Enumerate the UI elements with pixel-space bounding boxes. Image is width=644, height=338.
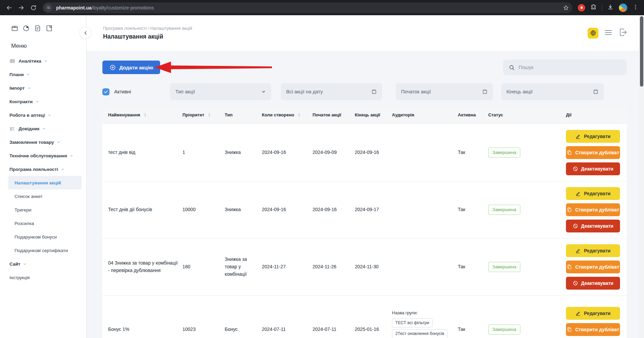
edit-button[interactable]: Редагувати [566, 187, 620, 200]
breadcrumb: Програма лояльності / Налаштування акцій [103, 26, 192, 31]
search-input[interactable] [519, 65, 621, 70]
profile-avatar[interactable] [619, 3, 627, 12]
sidebar-item-label: Аналітика [19, 59, 41, 64]
copy-icon [567, 150, 572, 155]
app-shell: Меню АналітикаПланиІмпортКонтрактиРобота… [0, 15, 644, 338]
active-cell: Так [458, 149, 488, 156]
promo-type-select[interactable]: Тип акції [170, 83, 271, 100]
search-box[interactable] [503, 60, 627, 75]
download-icon [607, 4, 614, 10]
duplicate-button[interactable]: Створити дублікат [566, 146, 620, 159]
add-promotion-button[interactable]: Додати акцію [102, 61, 160, 74]
sidebar-item[interactable]: Програма лояльності [0, 162, 86, 176]
active-filter: Активні [102, 88, 170, 95]
duplicate-button[interactable]: Створити дублікат [566, 203, 620, 216]
sidebar-item[interactable]: Робота в аптеці [0, 108, 86, 122]
priority-cell: 180 [182, 263, 225, 271]
toolbar: Додати акцію [102, 60, 627, 75]
column-header[interactable]: Пріоритет [182, 112, 225, 117]
deactivate-button[interactable]: Деактивувати [566, 220, 620, 232]
sidebar-item[interactable]: Налаштування акцій [8, 176, 81, 189]
sidebar-item[interactable]: Подарункові сертифікати [8, 244, 81, 257]
end-date-cell: 2024-11-30 [355, 263, 392, 271]
pencil-icon [575, 311, 581, 316]
sidebar-item-label: Інструкція [9, 275, 30, 280]
document-icon[interactable] [34, 25, 41, 32]
deactivate-button[interactable]: Деактивувати [566, 277, 620, 290]
site-info-button[interactable] [44, 4, 52, 12]
end-date-cell: 2024-09-17 [355, 206, 392, 213]
sidebar-item-label: Програма лояльності [9, 167, 58, 172]
browser-menu-button[interactable] [633, 4, 639, 12]
page-scrollbar[interactable] [639, 15, 644, 338]
sidebar-item[interactable]: Довідник [0, 122, 86, 135]
sidebar-item[interactable]: Технічне обслуговування [0, 149, 86, 162]
bookmark-button[interactable] [562, 3, 570, 12]
puzzle-icon [590, 4, 597, 10]
downloads-button[interactable] [607, 4, 614, 12]
edit-button[interactable]: Редагувати [566, 307, 620, 320]
status-badge: Завершена [488, 324, 520, 335]
sort-icon[interactable] [207, 112, 212, 117]
extensions-button[interactable] [590, 4, 597, 12]
end-date-picker[interactable]: Кінець акції [501, 83, 604, 100]
active-checkbox[interactable] [102, 88, 109, 95]
adblock-extension-button[interactable] [578, 4, 585, 12]
column-header[interactable]: Найменування [102, 112, 182, 117]
duplicate-button[interactable]: Створити дублікат [566, 261, 620, 273]
language-button[interactable] [588, 28, 598, 39]
edit-button[interactable]: Редагувати [566, 130, 620, 143]
status-badge: Завершена [488, 205, 520, 215]
deactivate-button[interactable]: Деактивувати [566, 162, 620, 175]
back-button[interactable] [3, 2, 15, 14]
calendar-icon [482, 89, 488, 94]
url-bar[interactable]: pharmapoint.ua/loyalty/customize-promoti… [43, 2, 572, 13]
browser-toolbar-right [576, 3, 641, 12]
promo-name-cell: 04 Знижка за товар у комбінації - переві… [102, 260, 182, 274]
sidebar-item[interactable]: Розсилка [8, 217, 81, 230]
sort-icon[interactable] [297, 112, 302, 117]
logout-button[interactable] [618, 28, 627, 38]
table-row: Бонус 1%10023Бонус2024-07-112024-07-1120… [102, 296, 627, 338]
edit-button[interactable]: Редагувати [566, 244, 620, 257]
sidebar-nav: АналітикаПланиІмпортКонтрактиРобота в ап… [0, 54, 86, 284]
archive-box-icon[interactable] [11, 25, 18, 32]
column-header[interactable]: Коли створено [262, 112, 313, 117]
grid-icon [9, 58, 15, 64]
all-on-date-picker[interactable]: Всі акції на дату [281, 83, 382, 100]
sidebar-item[interactable]: Аналітика [0, 54, 86, 68]
column-header: Активна [458, 112, 488, 117]
menu-toggle-button[interactable] [603, 28, 613, 38]
duplicate-button-label: Створити дублікат [575, 207, 619, 212]
start-date-picker[interactable]: Початок акції [396, 83, 493, 100]
sidebar-item[interactable]: Імпорт [0, 81, 86, 95]
sidebar-item[interactable]: Замовлення товару [0, 135, 86, 149]
sidebar-item[interactable]: Подарункові бонуси [8, 230, 81, 244]
sidebar-item[interactable]: Список анкет [8, 189, 81, 203]
duplicate-button-label: Створити дублікат [575, 150, 619, 155]
sidebar-item[interactable]: Інструкція [0, 271, 86, 284]
sidebar-item-label: Замовлення товару [9, 140, 54, 145]
sidebar-item-label: Довідник [19, 126, 40, 131]
sidebar-item[interactable]: Плани [0, 68, 86, 81]
page-title: Налаштування акцій [103, 33, 192, 40]
book-icon[interactable] [46, 25, 53, 32]
column-header-label: Пріоритет [182, 112, 204, 117]
url-domain: pharmapoint.ua [56, 5, 92, 10]
sort-icon[interactable] [143, 112, 148, 117]
sidebar-item[interactable]: Контракти [0, 95, 86, 108]
audience-cell: Назва групи:ТЕСТ всі фільтри2Тест оновле… [392, 310, 458, 338]
scrollbar-thumb[interactable] [640, 16, 643, 87]
chevron-down-icon [27, 86, 31, 90]
duplicate-button[interactable]: Створити дублікат [566, 323, 620, 336]
type-cell: Знижка [225, 149, 262, 156]
deactivate-button-label: Деактивувати [581, 280, 614, 286]
forward-button[interactable] [16, 2, 27, 14]
reload-button[interactable] [28, 2, 39, 14]
sidebar-item-label: Контракти [9, 99, 33, 104]
sidebar-item[interactable]: Сайт [0, 257, 86, 271]
sidebar-item[interactable]: Тригери [8, 203, 81, 217]
pie-chart-icon[interactable] [23, 25, 30, 32]
column-header: Тип [225, 112, 262, 117]
sidebar-collapse-button[interactable] [79, 27, 92, 39]
